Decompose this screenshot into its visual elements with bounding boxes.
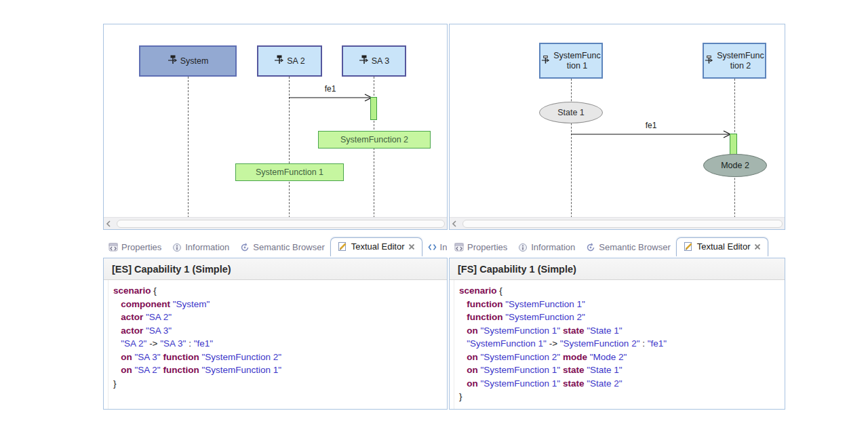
code-icon: [428, 243, 437, 251]
lifeline-header-systemfunction2[interactable]: SystemFunction 2: [703, 43, 766, 79]
code-line[interactable]: component "System": [113, 298, 447, 311]
tab-label: In: [440, 242, 448, 252]
lifeline-systemfunction1[interactable]: [571, 79, 572, 218]
close-icon[interactable]: [754, 243, 761, 250]
horizontal-scrollbar[interactable]: [104, 217, 447, 229]
diagram-canvas[interactable]: SystemFunction 1 SystemFunction 2 State …: [450, 24, 785, 217]
textual-editor-es: [ES] Capability 1 (Simple) scenario { co…: [103, 258, 448, 410]
tab-semantic-browser[interactable]: Semantic Browser: [580, 239, 675, 256]
message-label: fe1: [325, 84, 336, 94]
editor-title-bar: [ES] Capability 1 (Simple): [104, 258, 447, 280]
component-pin-icon: [167, 55, 178, 67]
diagram-canvas[interactable]: System SA 2 SA 3 fe1: [104, 24, 447, 217]
semantic-browser-icon: [240, 243, 250, 252]
code-line[interactable]: scenario {: [459, 284, 785, 298]
code-line[interactable]: on "SA 3" function "SystemFunction 2": [113, 351, 447, 364]
code-area[interactable]: scenario { function "SystemFunction 1" f…: [450, 280, 785, 409]
textual-editor-icon: [338, 241, 348, 252]
function-label: SystemFunction 1: [256, 167, 323, 177]
code-line[interactable]: "SA 2" -> "SA 3" : "fe1": [113, 337, 447, 351]
view-tabbar: Properties Information Semantic Browser …: [103, 236, 448, 256]
scroll-left-icon[interactable]: [450, 218, 460, 229]
scrollbar-thumb[interactable]: [462, 220, 783, 228]
state-label: State 1: [557, 108, 585, 117]
lifeline-header-sa3[interactable]: SA 3: [342, 45, 406, 77]
tab-label: Semantic Browser: [599, 242, 670, 252]
tab-overflow-partial[interactable]: In: [422, 239, 448, 256]
code-line[interactable]: actor "SA 3": [113, 324, 447, 338]
message-label: fe1: [646, 121, 657, 130]
lifeline-header-system[interactable]: System: [139, 45, 237, 77]
code-line[interactable]: on "SystemFunction 2" mode "Mode 2": [459, 351, 785, 364]
horizontal-scrollbar[interactable]: [450, 217, 785, 229]
information-icon: [518, 243, 528, 252]
editor-title: [ES] Capability 1 (Simple): [112, 264, 231, 275]
tab-label: Textual Editor: [351, 241, 405, 252]
mode-label: Mode 2: [721, 161, 749, 170]
lifeline-header-systemfunction1[interactable]: SystemFunction 1: [539, 43, 603, 79]
code-line[interactable]: actor "SA 2": [113, 311, 447, 324]
tab-label: Properties: [121, 242, 161, 252]
mode-ellipse-mode2[interactable]: Mode 2: [703, 154, 767, 177]
lifeline-label: SystemFunction 1: [553, 51, 601, 71]
code-line[interactable]: function "SystemFunction 2": [459, 311, 785, 324]
lifeline-system[interactable]: [188, 77, 189, 218]
tab-information[interactable]: Information: [513, 239, 580, 256]
code-line[interactable]: function "SystemFunction 1": [459, 298, 785, 311]
code-line[interactable]: "SystemFunction 1" -> "SystemFunction 2"…: [459, 337, 785, 351]
state-ellipse-state1[interactable]: State 1: [539, 102, 603, 123]
code-line[interactable]: }: [459, 390, 785, 403]
lifeline-label: SA 3: [372, 56, 389, 66]
code-area[interactable]: scenario { component "System" actor "SA …: [104, 280, 447, 409]
function-pin-icon: [540, 55, 550, 67]
semantic-browser-icon: [586, 243, 595, 252]
code-line[interactable]: on "SystemFunction 1" state "State 1": [459, 324, 785, 338]
tab-semantic-browser[interactable]: Semantic Browser: [235, 239, 330, 256]
scrollbar-thumb[interactable]: [117, 220, 445, 228]
actor-pin-icon: [359, 55, 369, 67]
code-line[interactable]: on "SystemFunction 1" state "State 1": [459, 363, 785, 377]
sequence-diagram-es[interactable]: System SA 2 SA 3 fe1: [103, 24, 448, 230]
lifeline-label: System: [180, 56, 209, 66]
function-box-systemfunction2[interactable]: SystemFunction 2: [318, 131, 431, 149]
tab-label: Information: [531, 242, 575, 252]
lifeline-header-sa2[interactable]: SA 2: [257, 45, 322, 77]
editor-title-bar: [FS] Capability 1 (Simple): [450, 258, 785, 280]
code-line[interactable]: on "SA 2" function "SystemFunction 1": [113, 363, 447, 377]
code-line[interactable]: on "SystemFunction 1" state "State 2": [459, 377, 785, 391]
tab-textual-editor[interactable]: Textual Editor: [676, 237, 768, 256]
close-icon[interactable]: [408, 243, 415, 250]
lifeline-label: SystemFunction 2: [716, 51, 765, 71]
tab-textual-editor[interactable]: Textual Editor: [330, 237, 422, 256]
function-pin-icon: [704, 55, 713, 67]
message-arrow-fe1[interactable]: [571, 130, 732, 139]
sequence-diagram-fs[interactable]: SystemFunction 1 SystemFunction 2 State …: [449, 24, 785, 230]
code-line[interactable]: scenario {: [113, 284, 447, 298]
panel-functional-scenario: SystemFunction 1 SystemFunction 2 State …: [449, 24, 785, 410]
information-icon: [172, 243, 182, 252]
textual-editor-fs: [FS] Capability 1 (Simple) scenario { fu…: [449, 258, 785, 410]
editor-title: [FS] Capability 1 (Simple): [458, 264, 576, 275]
tab-label: Textual Editor: [697, 241, 751, 252]
properties-icon: [108, 243, 118, 252]
message-arrow-fe1[interactable]: [289, 93, 374, 102]
view-tabbar: Properties Information Semantic Browser …: [449, 236, 785, 256]
panel-exchange-scenario: System SA 2 SA 3 fe1: [103, 24, 448, 410]
tab-properties[interactable]: Properties: [449, 239, 513, 256]
tab-properties[interactable]: Properties: [103, 239, 167, 256]
tab-label: Information: [185, 242, 229, 252]
execution-bar[interactable]: [370, 97, 377, 120]
workbench: System SA 2 SA 3 fe1: [103, 24, 785, 410]
lifeline-label: SA 2: [287, 56, 304, 66]
code-line[interactable]: }: [113, 377, 447, 391]
actor-pin-icon: [274, 55, 284, 67]
function-box-systemfunction1[interactable]: SystemFunction 1: [235, 163, 344, 181]
tab-label: Semantic Browser: [253, 242, 324, 252]
textual-editor-icon: [684, 241, 694, 252]
tab-label: Properties: [467, 242, 507, 252]
function-label: SystemFunction 2: [340, 135, 408, 144]
tab-information[interactable]: Information: [167, 239, 235, 256]
scroll-left-icon[interactable]: [104, 218, 115, 229]
properties-icon: [454, 243, 464, 252]
